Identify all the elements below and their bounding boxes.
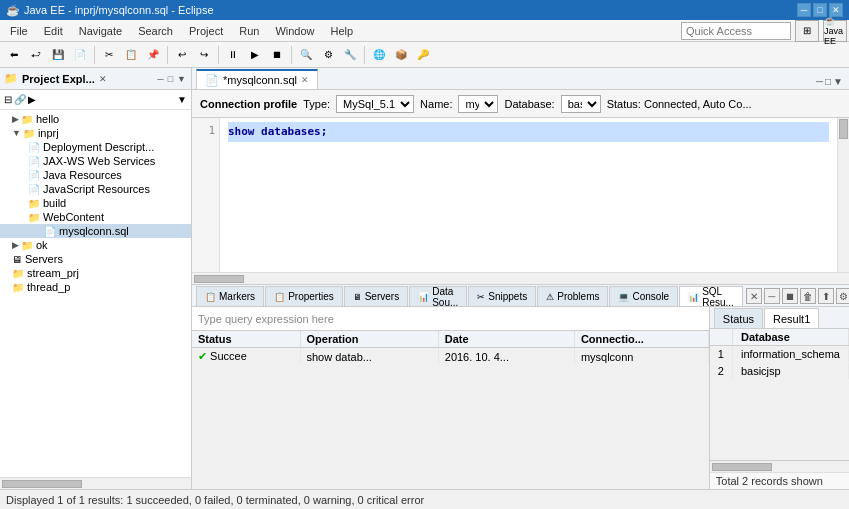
result-tab-status[interactable]: Status [714,308,763,328]
sidebar-hscroll-thumb[interactable] [2,480,82,488]
toolbar-btn-5[interactable]: ✂ [99,45,119,65]
editor-hscroll[interactable] [192,272,849,284]
bottom-panel: 📋 Markers 📋 Properties 🖥 Servers 📊 Data … [192,284,849,489]
sidebar-tool-menu[interactable]: ▼ [177,94,187,105]
toolbar-btn-10[interactable]: ⏸ [223,45,243,65]
sql-editor[interactable]: 1 show databases; [192,118,849,272]
bottom-action-stop[interactable]: ⏹ [782,288,798,304]
menu-edit[interactable]: Edit [36,23,71,39]
row-status: ✔ Succee [192,348,300,366]
bottom-action-close[interactable]: ✕ [746,288,762,304]
result-tabs: Status Result1 [710,307,849,329]
sidebar-header: 📁 Project Expl... ✕ ─ □ ▼ [0,68,191,90]
editor-tab-label: *mysqlconn.sql [223,74,297,86]
menu-help[interactable]: Help [323,23,362,39]
bottom-tab-datasou[interactable]: 📊 Data Sou... [409,286,467,306]
bottom-tab-markers[interactable]: 📋 Markers [196,286,264,306]
title-bar: ☕ Java EE - inprj/mysqlconn.sql - Eclips… [0,0,849,20]
bottom-action-export[interactable]: ⬆ [818,288,834,304]
bottom-tab-properties[interactable]: 📋 Properties [265,286,343,306]
tree-item-servers[interactable]: 🖥 Servers [0,252,191,266]
tree-item-webcontent[interactable]: 📁 WebContent [0,210,191,224]
editor-vscroll[interactable] [837,118,849,272]
toolbar-btn-18[interactable]: 🔑 [413,45,433,65]
sidebar-close-tab-icon[interactable]: ✕ [99,74,107,84]
menu-run[interactable]: Run [231,23,267,39]
editor-tab-close-icon[interactable]: ✕ [301,75,309,85]
toolbar-btn-17[interactable]: 📦 [391,45,411,65]
sidebar-minimize-icon[interactable]: ─ [156,73,164,85]
toolbar-btn-15[interactable]: 🔧 [340,45,360,65]
toolbar-btn-9[interactable]: ↪ [194,45,214,65]
menu-navigate[interactable]: Navigate [71,23,130,39]
editor-vscroll-thumb[interactable] [839,119,848,139]
connection-name-select[interactable]: my [458,95,498,113]
editor-tab-menu-icon[interactable]: ▼ [833,76,843,87]
tree-item-jaxws[interactable]: 📄 JAX-WS Web Services [0,154,191,168]
bottom-action-clear[interactable]: 🗑 [800,288,816,304]
result-hscroll-thumb[interactable] [712,463,772,471]
sidebar-hscroll[interactable] [0,477,191,489]
bottom-action-settings[interactable]: ⚙ [836,288,849,304]
tree-item-deployment[interactable]: 📄 Deployment Descript... [0,140,191,154]
table-row[interactable]: ✔ Succee show datab... 2016. 10. 4... my… [192,348,708,366]
perspective-button[interactable]: ⊞ [795,20,819,42]
toolbar-btn-7[interactable]: 📌 [143,45,163,65]
result-row-1[interactable]: 1 information_schema [710,346,849,363]
col-header-status: Status [192,331,300,348]
bottom-tab-snippets[interactable]: ✂ Snippets [468,286,536,306]
toolbar-btn-8[interactable]: ↩ [172,45,192,65]
tree-item-inprj[interactable]: ▼ 📁 inprj [0,126,191,140]
sidebar-tool-collapse[interactable]: ⊟ [4,94,12,105]
tree-item-mysqlconn[interactable]: 📄 mysqlconn.sql [0,224,191,238]
toolbar-btn-6[interactable]: 📋 [121,45,141,65]
toolbar-btn-12[interactable]: ⏹ [267,45,287,65]
toolbar-btn-14[interactable]: ⚙ [318,45,338,65]
code-line-1[interactable]: show databases; [228,122,829,142]
sidebar-tool-link[interactable]: 🔗 [14,94,26,105]
toolbar-btn-3[interactable]: 💾 [48,45,68,65]
toolbar-btn-13[interactable]: 🔍 [296,45,316,65]
quick-access-input[interactable] [681,22,791,40]
result-tab-result1[interactable]: Result1 [764,308,819,328]
tree-item-thread-p[interactable]: 📁 thread_p [0,280,191,294]
menu-file[interactable]: File [2,23,36,39]
editor-tab-minimize-icon[interactable]: ─ [816,76,823,87]
editor-tab-maximize-icon[interactable]: □ [825,76,831,87]
row-operation: show datab... [300,348,438,366]
connection-type-select[interactable]: MySql_5.1 [336,95,414,113]
sidebar-menu-icon[interactable]: ▼ [176,73,187,85]
result-row-2[interactable]: 2 basicjsp [710,363,849,380]
tree-item-build[interactable]: 📁 build [0,196,191,210]
tree-item-hello[interactable]: ▶ 📁 hello [0,112,191,126]
toolbar-btn-1[interactable]: ⬅ [4,45,24,65]
toolbar-btn-2[interactable]: ⮐ [26,45,46,65]
menu-window[interactable]: Window [267,23,322,39]
line-number-1: 1 [196,122,215,140]
line-numbers: 1 [192,118,220,272]
minimize-button[interactable]: ─ [797,3,811,17]
editor-hscroll-thumb[interactable] [194,275,244,283]
tree-item-stream-prj[interactable]: 📁 stream_prj [0,266,191,280]
editor-tab-mysqlconn[interactable]: 📄 *mysqlconn.sql ✕ [196,69,318,89]
bottom-tab-servers[interactable]: 🖥 Servers [344,286,408,306]
bottom-tab-console[interactable]: 💻 Console [609,286,678,306]
connection-db-select[interactable]: bas [561,95,601,113]
toolbar-btn-4[interactable]: 📄 [70,45,90,65]
sidebar-maximize-icon[interactable]: □ [167,73,174,85]
sidebar-tool-arrow[interactable]: ▶ [28,94,36,105]
toolbar-btn-11[interactable]: ▶ [245,45,265,65]
code-area[interactable]: show databases; [220,118,837,272]
query-input[interactable]: Type query expression here [192,307,709,331]
bottom-tab-sqlresults[interactable]: 📊 SQL Resu... [679,286,743,306]
menu-project[interactable]: Project [181,23,231,39]
menu-search[interactable]: Search [130,23,181,39]
tree-item-javascript-resources[interactable]: 📄 JavaScript Resources [0,182,191,196]
tree-item-java-resources[interactable]: 📄 Java Resources [0,168,191,182]
java-ee-button[interactable]: ☕ Java EE [823,20,847,42]
tree-item-ok[interactable]: ▶ 📁 ok [0,238,191,252]
result-hscrollbar[interactable] [710,460,849,472]
toolbar-btn-16[interactable]: 🌐 [369,45,389,65]
bottom-action-minimize[interactable]: ─ [764,288,780,304]
bottom-tab-problems[interactable]: ⚠ Problems [537,286,608,306]
